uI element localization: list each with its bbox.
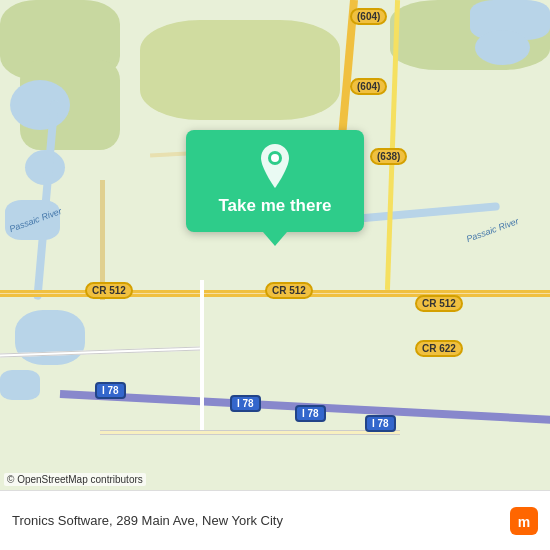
road-label-cr622: CR 622 — [415, 340, 463, 357]
road-label-638: (638) — [370, 148, 407, 165]
road-label-cr512-mid: CR 512 — [265, 282, 313, 299]
location-pin-icon — [257, 144, 293, 188]
map-view: CR 512 CR 512 CR 512 CR 622 I 78 I 78 I … — [0, 0, 550, 490]
interstate-badge-78-2: I 78 — [230, 395, 261, 412]
road-label-cr512-right: CR 512 — [415, 295, 463, 312]
passaic-river-label-right: Passaic River — [465, 216, 520, 244]
interstate-badge-78-4: I 78 — [365, 415, 396, 432]
road-label-cr512-left: CR 512 — [85, 282, 133, 299]
address-text: Tronics Software, 289 Main Ave, New York… — [12, 513, 500, 528]
moovit-logo: m — [510, 507, 538, 535]
moovit-icon: m — [510, 507, 538, 535]
cta-button-label[interactable]: Take me there — [218, 196, 331, 216]
road-label-604-top: (604) — [350, 8, 387, 25]
svg-text:m: m — [518, 514, 530, 530]
interstate-badge-78-1: I 78 — [95, 382, 126, 399]
bottom-bar: Tronics Software, 289 Main Ave, New York… — [0, 490, 550, 550]
osm-attribution: © OpenStreetMap contributors — [4, 473, 146, 486]
interstate-badge-78-3: I 78 — [295, 405, 326, 422]
svg-point-1 — [271, 154, 279, 162]
cta-card[interactable]: Take me there — [186, 130, 364, 232]
road-label-604-mid: (604) — [350, 78, 387, 95]
